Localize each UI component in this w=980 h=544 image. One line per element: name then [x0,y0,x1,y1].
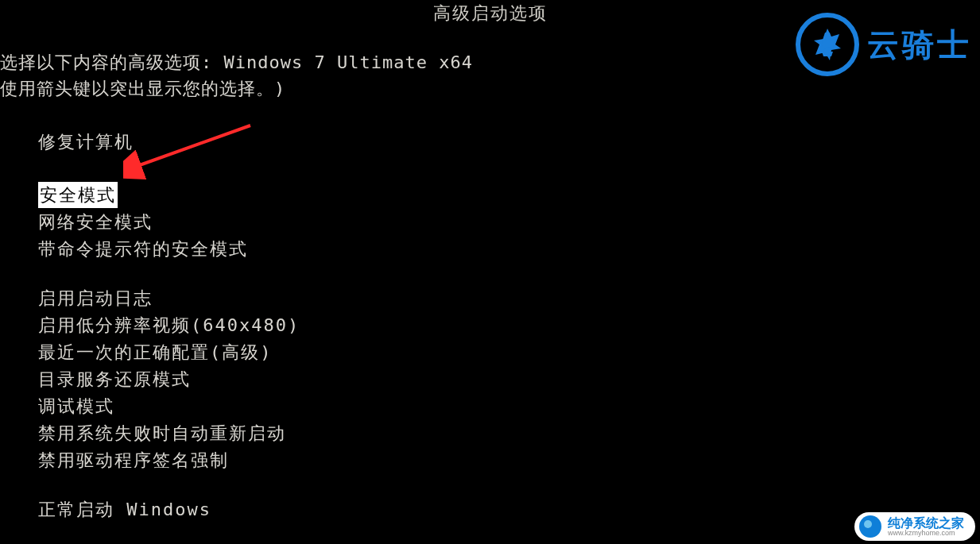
menu-item-repair[interactable]: 修复计算机 [0,129,980,155]
prompt-line-2: 使用箭头键以突出显示您的选择。) [0,75,980,102]
selected-option: 安全模式 [38,182,118,208]
menu-item-disable-driver-sig[interactable]: 禁用驱动程序签名强制 [38,447,980,473]
description: 描述: 仅使用核心驱动程序和服务启动 Windows。请在安装新设备或驱动程序后… [0,523,980,544]
menu-item-ds-restore[interactable]: 目录服务还原模式 [38,366,980,392]
menu-item-boot-log[interactable]: 启用启动日志 [38,285,980,311]
menu-item-safe-mode-cmd[interactable]: 带命令提示符的安全模式 [38,236,980,262]
menu-item-safe-mode[interactable]: 安全模式 [38,182,980,208]
watermark-bottom-name: 纯净系统之家 [888,517,964,530]
boot-menu: 安全模式 网络安全模式 带命令提示符的安全模式 启用启动日志 启用低分辨率视频(… [0,155,980,523]
content-area: 选择以下内容的高级选项: Windows 7 Ultimate x64 使用箭头… [0,25,980,544]
menu-item-last-known[interactable]: 最近一次的正确配置(高级) [38,339,980,365]
watermark-bottom-url: www.kzmyhome.com [888,530,964,537]
menu-item-normal-boot[interactable]: 正常启动 Windows [38,496,980,523]
watermark-top-text: 云骑士 [867,23,972,67]
menu-item-disable-auto-restart[interactable]: 禁用系统失败时自动重新启动 [38,420,980,446]
menu-item-safe-mode-network[interactable]: 网络安全模式 [38,209,980,235]
knight-logo-icon [796,13,859,76]
menu-item-debug[interactable]: 调试模式 [38,393,980,419]
watermark-bottom: 纯净系统之家 www.kzmyhome.com [854,512,975,541]
watermark-top: 云骑士 [796,13,972,76]
menu-item-low-res[interactable]: 启用低分辨率视频(640x480) [38,312,980,338]
watermark-bottom-logo-icon [859,515,881,538]
